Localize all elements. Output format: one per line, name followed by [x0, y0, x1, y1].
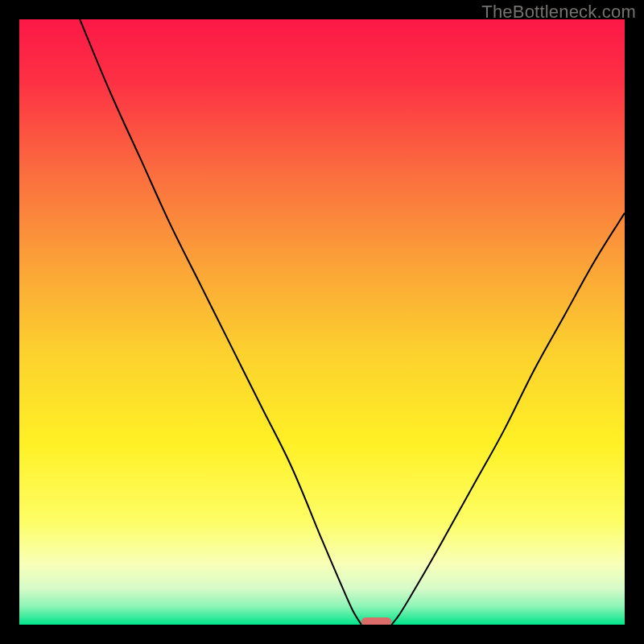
bottleneck-chart: [19, 19, 625, 625]
chart-container: TheBottleneck.com: [0, 0, 644, 644]
chart-background: [19, 19, 625, 625]
bottleneck-marker: [361, 617, 392, 625]
watermark-text: TheBottleneck.com: [481, 2, 636, 23]
